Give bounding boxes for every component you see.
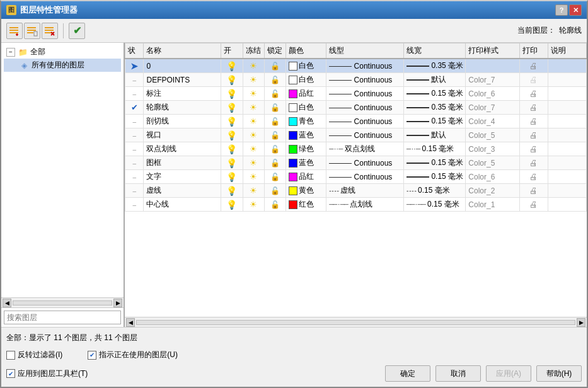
row-lock[interactable]: 🔓 [265,142,286,156]
printer-icon[interactable]: 🖨 [529,200,538,209]
row-color[interactable]: 白色 [286,101,326,115]
row-name[interactable]: 图框 [144,156,221,170]
new-vp-layer-button[interactable] [24,23,40,39]
unlock-icon[interactable]: 🔓 [270,89,280,98]
sun-icon[interactable]: ☀ [250,172,257,181]
sun-icon[interactable]: ☀ [250,61,257,71]
row-name[interactable]: DEFPOINTS [144,73,221,87]
indicate-used-checkbox[interactable]: ✔ [88,351,96,360]
new-layer-button[interactable] [6,23,23,39]
row-print-style[interactable]: Color_4 [466,115,520,128]
row-linetype[interactable]: - - - - 虚线 [326,184,404,198]
search-input[interactable] [4,311,121,324]
row-lock[interactable]: 🔓 [265,87,286,101]
row-color[interactable]: 黄色 [286,184,326,198]
row-print-style[interactable]: Color_6 [466,87,520,101]
table-scroll-right-btn[interactable]: ▶ [577,318,585,327]
row-freeze[interactable]: ☀ [243,156,264,170]
row-print-style[interactable]: Color_7 [466,73,520,87]
sun-icon[interactable]: ☀ [250,117,257,126]
delete-layer-button[interactable] [42,23,58,39]
table-row[interactable]: – 虚线 💡 ☀ 🔓 黄色 - - - - 虚线 - - - - 0.15 毫米… [125,184,587,198]
tree-child-item[interactable]: ◈ 所有使用的图层 [4,59,121,72]
row-light[interactable]: 💡 [221,87,243,101]
row-color[interactable]: 青色 [286,115,326,128]
row-light[interactable]: 💡 [221,142,243,156]
row-light[interactable]: 💡 [221,73,243,87]
row-print[interactable]: 🖨 [520,115,548,128]
row-linetype[interactable]: Continuous [326,156,404,170]
row-lock[interactable]: 🔓 [265,198,286,212]
row-color[interactable]: 白色 [286,59,326,73]
row-color[interactable]: 品红 [286,87,326,101]
unlock-icon[interactable]: 🔓 [270,173,280,181]
sun-icon[interactable]: ☀ [250,186,257,195]
col-header-color[interactable]: 颜色 [286,43,326,59]
col-header-freeze[interactable]: 冻结 [243,43,264,59]
row-print-style[interactable]: Color_1 [466,198,520,212]
row-light[interactable]: 💡 [221,101,243,115]
row-linewidth[interactable]: 默认 [404,73,466,87]
row-linewidth[interactable]: 0.15 毫米 [404,170,466,184]
table-scroll-left-btn[interactable]: ◀ [126,318,135,327]
printer-icon[interactable]: 🖨 [529,117,538,126]
sun-icon[interactable]: ☀ [250,103,257,112]
row-print[interactable]: 🖨 [520,184,548,198]
row-linetype[interactable]: Continuous [326,59,404,73]
row-linetype[interactable]: ─ · · ─ 双点划线 [326,142,404,156]
row-lock[interactable]: 🔓 [265,170,286,184]
row-freeze[interactable]: ☀ [243,73,264,87]
row-linetype[interactable]: Continuous [326,170,404,184]
sun-icon[interactable]: ☀ [250,89,257,98]
light-on-icon[interactable]: 💡 [226,186,237,196]
printer-icon[interactable]: 🖨 [529,103,538,112]
help-button[interactable]: 帮助(H) [536,365,582,382]
row-linewidth[interactable]: - - - - 0.15 毫米 [404,184,466,198]
row-freeze[interactable]: ☀ [243,198,264,212]
row-color[interactable]: 绿色 [286,142,326,156]
row-light[interactable]: 💡 [221,128,243,142]
unlock-icon[interactable]: 🔓 [270,200,280,209]
help-title-button[interactable]: ? [555,4,568,16]
row-print[interactable]: 🖨 [520,87,548,101]
row-linewidth[interactable]: 0.35 毫米 [404,59,466,73]
row-light[interactable]: 💡 [221,115,243,128]
row-light[interactable]: 💡 [221,170,243,184]
row-lock[interactable]: 🔓 [265,115,286,128]
row-name[interactable]: 虚线 [144,184,221,198]
table-scroll-track[interactable] [136,320,575,325]
row-light[interactable]: 💡 [221,198,243,212]
row-name[interactable]: 文字 [144,170,221,184]
table-row[interactable]: ➤ 0 💡 ☀ 🔓 白色 Continuous 0.35 毫米 🖨 [125,59,587,73]
printer-icon[interactable]: 🖨 [529,172,538,181]
row-freeze[interactable]: ☀ [243,101,264,115]
row-name[interactable]: 标注 [144,87,221,101]
light-on-icon[interactable]: 💡 [226,172,237,182]
col-header-print-style[interactable]: 打印样式 [466,43,520,59]
row-freeze[interactable]: ☀ [243,115,264,128]
unlock-icon[interactable]: 🔓 [270,62,280,71]
row-print-style[interactable]: Color_7 [466,101,520,115]
printer-icon[interactable]: 🖨 [529,89,538,98]
row-print[interactable]: 🖨 [520,170,548,184]
left-panel-hscrollbar[interactable]: ◀ ▶ [1,297,124,307]
row-freeze[interactable]: ☀ [243,59,264,73]
row-linewidth[interactable]: 0.35 毫米 [404,101,466,115]
row-print[interactable]: 🖨 [520,59,548,73]
scroll-left-btn[interactable]: ◀ [3,299,11,307]
row-color[interactable]: 红色 [286,198,326,212]
light-on-icon[interactable]: 💡 [226,61,237,71]
unlock-icon[interactable]: 🔓 [270,145,280,154]
unlock-icon[interactable]: 🔓 [270,117,280,126]
cancel-button[interactable]: 取消 [435,365,481,382]
table-row[interactable]: – 图框 💡 ☀ 🔓 蓝色 Continuous 0.15 毫米 Color_5… [125,156,587,170]
table-row[interactable]: ✔ 轮廓线 💡 ☀ 🔓 白色 Continuous 0.35 毫米 Color_… [125,101,587,115]
light-on-icon[interactable]: 💡 [226,89,237,99]
light-on-icon[interactable]: 💡 [226,103,237,113]
row-name[interactable]: 双点划线 [144,142,221,156]
row-color[interactable]: 蓝色 [286,128,326,142]
check-apply-toolbar[interactable]: ✔ 应用到图层工具栏(T) [6,368,88,379]
table-row[interactable]: – 标注 💡 ☀ 🔓 品红 Continuous 0.15 毫米 Color_6… [125,87,587,101]
row-print[interactable]: 🖨 [520,142,548,156]
invert-filter-checkbox[interactable] [6,351,15,360]
